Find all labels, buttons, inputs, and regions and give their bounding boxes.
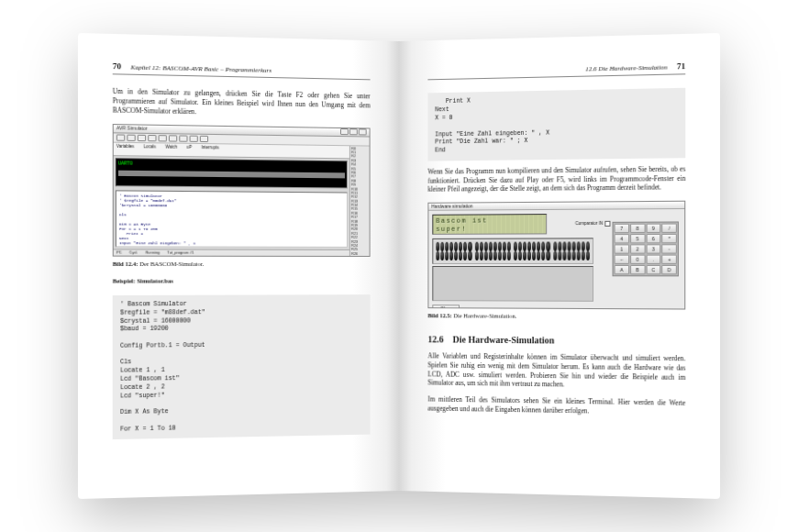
led-indicator[interactable] <box>463 251 467 260</box>
keypad-key[interactable]: / <box>662 224 677 233</box>
led-indicator[interactable] <box>562 241 566 250</box>
led-indicator[interactable] <box>449 242 453 251</box>
keypad-key[interactable]: + <box>662 255 677 264</box>
tab-interrupts[interactable]: Interrupts <box>201 145 218 155</box>
led-indicator[interactable] <box>459 251 462 260</box>
led-indicator[interactable] <box>468 251 471 260</box>
keypad-key[interactable]: * <box>662 234 677 243</box>
led-indicator[interactable] <box>463 242 467 251</box>
uart-terminal[interactable]: UART0 <box>116 158 348 188</box>
keypad-key[interactable]: 8 <box>630 224 645 233</box>
led-indicator[interactable] <box>498 242 502 251</box>
led-indicator[interactable] <box>541 251 545 260</box>
led-indicator[interactable] <box>523 242 526 251</box>
led-indicator[interactable] <box>440 251 444 260</box>
keypad-key[interactable]: 2 <box>630 244 645 253</box>
keypad-key[interactable]: 4 <box>615 234 629 243</box>
led-indicator[interactable] <box>507 251 511 260</box>
keypad-key[interactable]: . <box>646 255 660 264</box>
led-indicator[interactable] <box>562 251 566 260</box>
led-indicator[interactable] <box>571 251 575 260</box>
led-indicator[interactable] <box>488 242 492 251</box>
led-indicator[interactable] <box>503 242 506 251</box>
led-indicator[interactable] <box>449 251 453 260</box>
led-indicator[interactable] <box>537 251 540 260</box>
led-indicator[interactable] <box>567 241 571 250</box>
led-indicator[interactable] <box>474 242 478 251</box>
keypad-key[interactable]: 9 <box>646 224 660 233</box>
led-indicator[interactable] <box>440 242 444 251</box>
keypad-key[interactable]: - <box>662 244 677 253</box>
led-indicator[interactable] <box>445 251 449 260</box>
led-indicator[interactable] <box>445 242 449 251</box>
led-indicator[interactable] <box>576 241 580 250</box>
led-indicator[interactable] <box>546 241 549 250</box>
led-indicator[interactable] <box>518 251 522 260</box>
keypad-key[interactable]: 1 <box>615 244 629 253</box>
minimize-icon[interactable] <box>340 128 349 135</box>
close-icon[interactable] <box>359 128 367 135</box>
keypad-key[interactable]: 7 <box>615 224 629 233</box>
led-indicator[interactable] <box>532 242 536 251</box>
led-indicator[interactable] <box>567 251 571 260</box>
led-indicator[interactable] <box>483 242 487 251</box>
tab-watch[interactable]: Watch <box>165 144 177 154</box>
led-indicator[interactable] <box>514 242 517 251</box>
led-indicator[interactable] <box>483 251 487 260</box>
led-indicator[interactable] <box>479 251 482 260</box>
led-indicator[interactable] <box>537 242 540 251</box>
stop-icon[interactable] <box>138 134 146 140</box>
keypad-key[interactable]: 6 <box>646 234 660 243</box>
keypad-key[interactable]: C <box>646 265 660 274</box>
tab-variables[interactable]: Variables <box>116 143 134 154</box>
pause-icon[interactable] <box>127 134 135 140</box>
led-indicator[interactable] <box>532 251 536 260</box>
led-indicator[interactable] <box>581 241 584 250</box>
keypad-key[interactable]: 3 <box>646 244 660 253</box>
led-indicator[interactable] <box>454 251 458 260</box>
led-indicator[interactable] <box>503 251 506 260</box>
led-indicator[interactable] <box>541 242 545 251</box>
led-indicator[interactable] <box>558 251 561 260</box>
hardware-icon[interactable] <box>190 135 198 141</box>
led-indicator[interactable] <box>459 242 462 251</box>
play-icon[interactable] <box>116 134 125 140</box>
led-indicator[interactable] <box>507 242 511 251</box>
led-indicator[interactable] <box>553 251 557 260</box>
code-view[interactable]: ' Bascon Simulator ' $regfile = "m8def.d… <box>116 190 348 248</box>
led-indicator[interactable] <box>514 251 517 260</box>
keypad-key[interactable]: A <box>615 265 629 274</box>
led-indicator[interactable] <box>493 242 496 251</box>
refresh-icon[interactable] <box>179 135 187 141</box>
led-indicator[interactable] <box>493 251 496 260</box>
step-over-icon[interactable] <box>159 135 167 141</box>
run-to-icon[interactable] <box>169 135 177 141</box>
led-indicator[interactable] <box>436 242 439 251</box>
led-indicator[interactable] <box>479 242 482 251</box>
keypad-key[interactable]: ← <box>615 255 629 264</box>
led-indicator[interactable] <box>527 242 531 251</box>
keypad-key[interactable]: 5 <box>630 234 645 243</box>
keypad-key[interactable]: B <box>630 265 645 274</box>
led-indicator[interactable] <box>488 251 492 260</box>
led-indicator[interactable] <box>518 242 522 251</box>
led-indicator[interactable] <box>581 251 584 260</box>
led-indicator[interactable] <box>454 242 458 251</box>
led-indicator[interactable] <box>474 251 478 260</box>
tab-locals[interactable]: Locals <box>143 144 155 154</box>
led-indicator[interactable] <box>436 251 439 260</box>
keypad-key[interactable]: 0 <box>630 255 645 264</box>
clear-button[interactable]: Clear <box>432 305 460 309</box>
led-indicator[interactable] <box>546 251 549 260</box>
comparator-checkbox[interactable]: Comparator IN <box>575 221 610 227</box>
led-indicator[interactable] <box>586 241 590 250</box>
keypad-key[interactable]: D <box>662 265 677 274</box>
step-into-icon[interactable] <box>148 135 156 141</box>
led-indicator[interactable] <box>468 242 471 251</box>
led-indicator[interactable] <box>586 251 590 260</box>
tab-up[interactable]: uP <box>187 144 193 154</box>
led-indicator[interactable] <box>498 251 502 260</box>
maximize-icon[interactable] <box>349 128 358 135</box>
led-indicator[interactable] <box>527 251 531 260</box>
led-indicator[interactable] <box>571 241 575 250</box>
